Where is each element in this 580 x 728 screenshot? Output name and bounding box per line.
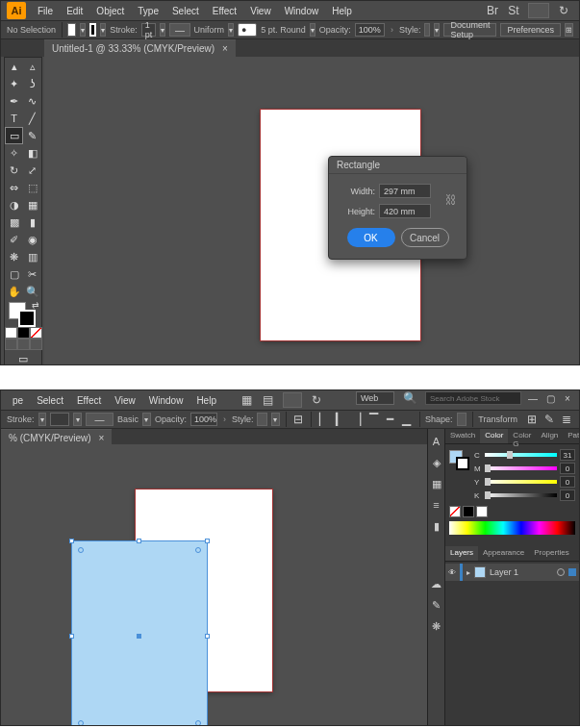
- fill-stroke-control[interactable]: ⇄: [5, 300, 41, 327]
- magic-wand-tool[interactable]: ✦: [5, 75, 23, 92]
- corner-widget-br[interactable]: [195, 720, 201, 726]
- gradient-tool[interactable]: ▮: [23, 213, 41, 231]
- sync-icon[interactable]: ↻: [556, 3, 571, 18]
- corner-widget-tr[interactable]: [195, 547, 201, 553]
- strip-color-icon[interactable]: ◈: [430, 456, 443, 469]
- draw-inside[interactable]: [30, 339, 42, 350]
- stroke-weight-dropdown-icon[interactable]: ▾: [160, 23, 165, 37]
- yellow-value[interactable]: 0: [560, 476, 575, 488]
- black-slider[interactable]: [485, 493, 557, 497]
- strip-brushes-icon[interactable]: ✎: [430, 598, 443, 612]
- width-input[interactable]: 297 mm: [379, 184, 431, 198]
- menu-window[interactable]: Window: [143, 392, 189, 409]
- artboard-tool[interactable]: ▢: [5, 265, 23, 283]
- column-graph-tool[interactable]: ▥: [23, 248, 41, 265]
- arrange-icon[interactable]: ▤: [261, 392, 276, 408]
- screen-mode-button[interactable]: ▭: [5, 350, 41, 365]
- isolate-icon[interactable]: ⊞: [527, 412, 537, 427]
- paintbrush-tool[interactable]: ✎: [23, 127, 41, 144]
- yellow-slider[interactable]: [485, 480, 557, 484]
- menu-window[interactable]: Window: [279, 3, 325, 19]
- strip-symbols-icon[interactable]: ❋: [430, 619, 443, 633]
- close-tab-icon[interactable]: ×: [222, 43, 228, 54]
- color-spectrum[interactable]: [449, 521, 575, 535]
- draw-normal[interactable]: [5, 339, 17, 350]
- slice-tool[interactable]: ✂: [23, 265, 41, 283]
- menu-view[interactable]: View: [244, 3, 277, 19]
- strip-type-icon[interactable]: A: [430, 435, 443, 448]
- menu-type[interactable]: Type: [132, 3, 164, 19]
- constrain-proportions-icon[interactable]: ⛓: [445, 193, 457, 207]
- stroke-dropdown-icon[interactable]: ▾: [100, 23, 106, 37]
- handle-mid-right[interactable]: [205, 634, 210, 639]
- stroke-weight-dropdown-icon[interactable]: ▾: [73, 413, 82, 426]
- handle-mid-left[interactable]: [69, 634, 74, 639]
- align-h-center-icon[interactable]: ▎: [336, 412, 344, 427]
- type-tool[interactable]: T: [5, 110, 23, 127]
- profile-dropdown-icon[interactable]: ▾: [228, 23, 234, 37]
- stock-icon[interactable]: St: [506, 3, 521, 18]
- graphic-style-swatch[interactable]: [257, 413, 266, 426]
- corner-widget-bl[interactable]: [78, 720, 84, 726]
- menu-edit[interactable]: Edit: [61, 3, 88, 19]
- zoom-tool[interactable]: 🔍: [23, 283, 41, 300]
- rectangle-tool[interactable]: ▭: [5, 127, 23, 144]
- brush-profile-dropdown[interactable]: —: [86, 413, 113, 426]
- menu-file[interactable]: File: [32, 3, 59, 19]
- stroke-swatch[interactable]: [89, 23, 96, 37]
- handle-top-left[interactable]: [69, 539, 74, 543]
- chevron-right-icon[interactable]: ›: [391, 25, 393, 35]
- close-icon[interactable]: ×: [562, 392, 573, 404]
- menu-help[interactable]: Help: [190, 392, 222, 409]
- cyan-value[interactable]: 31: [560, 449, 575, 461]
- selection-tool[interactable]: ▴: [5, 58, 23, 75]
- align-v-middle-icon[interactable]: ━: [386, 412, 394, 427]
- height-input[interactable]: 420 mm: [379, 204, 431, 218]
- stroke-color-box[interactable]: [18, 310, 36, 327]
- rotate-tool[interactable]: ↻: [5, 162, 23, 179]
- pen-tool[interactable]: ✒: [5, 92, 23, 110]
- stroke-weight-input[interactable]: 1 pt: [141, 23, 157, 37]
- canvas-area[interactable]: Rectangle Width: 297 mm Height: 420 mm ⛓…: [44, 57, 579, 364]
- align-h-left-icon[interactable]: ▏: [319, 412, 328, 427]
- menu-select[interactable]: Select: [31, 392, 69, 409]
- handle-top-right[interactable]: [205, 539, 210, 543]
- tab-align[interactable]: Align: [536, 429, 563, 443]
- symbol-sprayer-tool[interactable]: ❋: [5, 248, 23, 265]
- workspace-switcher[interactable]: [528, 3, 549, 18]
- curvature-tool[interactable]: ∿: [23, 92, 41, 110]
- document-tab[interactable]: Untitled-1 @ 33.33% (CMYK/Preview) ×: [44, 39, 236, 57]
- graphic-style-swatch[interactable]: [424, 23, 430, 37]
- shape-swatch[interactable]: [457, 413, 467, 426]
- stroke-dropdown-icon[interactable]: ▾: [38, 413, 47, 426]
- cancel-button[interactable]: Cancel: [401, 228, 449, 247]
- chevron-icon[interactable]: ›: [223, 414, 226, 424]
- black-value[interactable]: 0: [560, 490, 575, 501]
- width-tool[interactable]: ⇔: [5, 179, 23, 196]
- color-mode-none[interactable]: [30, 327, 42, 339]
- align-v-bottom-icon[interactable]: ▁: [402, 412, 411, 427]
- ok-button[interactable]: OK: [347, 228, 395, 247]
- bridge-icon[interactable]: ▦: [240, 392, 255, 408]
- black-swatch[interactable]: [463, 506, 474, 517]
- strip-stroke-icon[interactable]: ≡: [430, 498, 443, 512]
- corner-widget-tl[interactable]: [78, 547, 84, 553]
- blend-tool[interactable]: ◉: [23, 231, 41, 248]
- workspace-icon[interactable]: [283, 392, 302, 408]
- tab-color[interactable]: Color: [480, 429, 508, 443]
- fill-dropdown-icon[interactable]: ▾: [80, 23, 86, 37]
- tab-color-guide[interactable]: Color G: [508, 429, 536, 443]
- opacity-input[interactable]: 100%: [190, 413, 217, 426]
- stroke-weight-input[interactable]: [50, 413, 69, 426]
- align-left-icon[interactable]: ⊟: [293, 412, 303, 427]
- menu-effect[interactable]: Effect: [207, 3, 242, 19]
- hand-tool[interactable]: ✋: [5, 283, 23, 300]
- align-v-top-icon[interactable]: ▔: [369, 412, 378, 427]
- style-dropdown-icon[interactable]: ▾: [271, 413, 280, 426]
- edit-icon[interactable]: ✎: [544, 412, 554, 427]
- panel-menu-icon[interactable]: ≣: [562, 412, 571, 427]
- search-icon[interactable]: 🔍: [402, 390, 417, 406]
- direct-selection-tool[interactable]: ▵: [23, 58, 41, 75]
- menu-effect[interactable]: Effect: [71, 392, 107, 409]
- preferences-button[interactable]: Preferences: [500, 23, 561, 37]
